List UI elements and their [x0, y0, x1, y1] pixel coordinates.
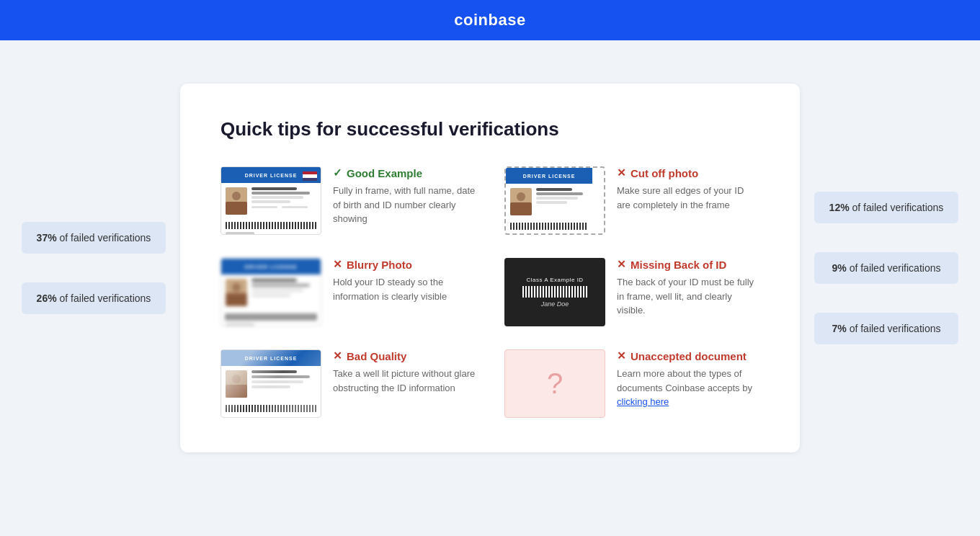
tips-grid: DRIVER LICENSE: [220, 166, 760, 418]
stat-badge-right-1: 12% of failed verifications: [814, 192, 958, 223]
tip-label-good: ✓ Good Example: [333, 166, 476, 179]
sidebar-left: 37% of failed verifications 26% of faile…: [22, 222, 166, 314]
x-icon-blurry: ✕: [333, 258, 342, 271]
tip-desc-good: Fully in frame, with full name, date of …: [333, 184, 476, 226]
tip-blurry: DRIVER LICENSE: [220, 258, 476, 326]
tip-label-missing: ✕ Missing Back of ID: [617, 258, 760, 271]
tip-image-blurry: DRIVER LICENSE: [220, 258, 321, 326]
missing-back-barcode: [522, 286, 587, 298]
tip-desc-unaccepted: Learn more about the types of documents …: [617, 367, 760, 409]
tip-bad-quality: DRIVER LICENSE ✕: [220, 349, 476, 418]
tip-label-cutoff: ✕ Cut off photo: [617, 166, 760, 179]
tip-desc-missing: The back of your ID must be fully in fra…: [617, 275, 760, 318]
x-icon-bad-quality: ✕: [333, 349, 342, 362]
stat-badge-right-2: 9% of failed verifications: [814, 252, 958, 284]
tip-desc-cutoff: Make sure all edges of your ID are compl…: [617, 184, 760, 212]
sidebar-right: 12% of failed verifications 9% of failed…: [814, 192, 958, 344]
x-icon-cutoff: ✕: [617, 166, 626, 179]
tip-label-blurry: ✕ Blurry Photo: [333, 258, 476, 271]
tip-image-unaccepted: ?: [504, 349, 605, 418]
tip-image-good: DRIVER LICENSE: [220, 166, 321, 235]
tip-image-missing-back: Class A Example ID Jane Doe: [504, 258, 605, 326]
tip-missing-back: Class A Example ID Jane Doe ✕ Missing Ba…: [504, 258, 760, 326]
x-icon-unaccepted: ✕: [617, 349, 626, 362]
coinbase-logo: coinbase: [454, 11, 525, 30]
tip-label-bad-quality: ✕ Bad Quality: [333, 349, 476, 362]
tip-desc-blurry: Hold your ID steady so the information i…: [333, 275, 476, 303]
x-icon-missing: ✕: [617, 258, 626, 271]
tip-cutoff: DRIVER LICENSE: [504, 166, 760, 235]
question-mark-icon: ?: [547, 367, 563, 400]
tip-good-example: DRIVER LICENSE: [220, 166, 476, 235]
tip-image-cutoff: DRIVER LICENSE: [504, 166, 605, 235]
stat-badge-right-3: 7% of failed verifications: [814, 313, 958, 344]
page-title: Quick tips for successful verifications: [220, 118, 760, 140]
tip-unaccepted: ? ✕ Unaccepted document Learn more about…: [504, 349, 760, 418]
tip-image-bad-quality: DRIVER LICENSE: [220, 349, 321, 418]
tip-label-unaccepted: ✕ Unaccepted document: [617, 349, 760, 362]
app-header: coinbase: [0, 0, 980, 40]
id-barcode: [226, 222, 316, 229]
main-card: Quick tips for successful verifications …: [180, 84, 800, 452]
id-signature: [226, 232, 254, 235]
tip-desc-bad-quality: Take a well lit picture without glare ob…: [333, 367, 476, 395]
clicking-here-link[interactable]: clicking here: [617, 396, 669, 407]
stat-badge-left-1: 37% of failed verifications: [22, 222, 166, 254]
check-icon: ✓: [333, 166, 342, 179]
page-wrapper: 37% of failed verifications 26% of faile…: [0, 40, 980, 496]
id-avatar-good: [226, 187, 247, 215]
id-avatar-cutoff: [510, 188, 532, 215]
stat-badge-left-2: 26% of failed verifications: [22, 282, 166, 314]
id-flag: [303, 171, 317, 181]
